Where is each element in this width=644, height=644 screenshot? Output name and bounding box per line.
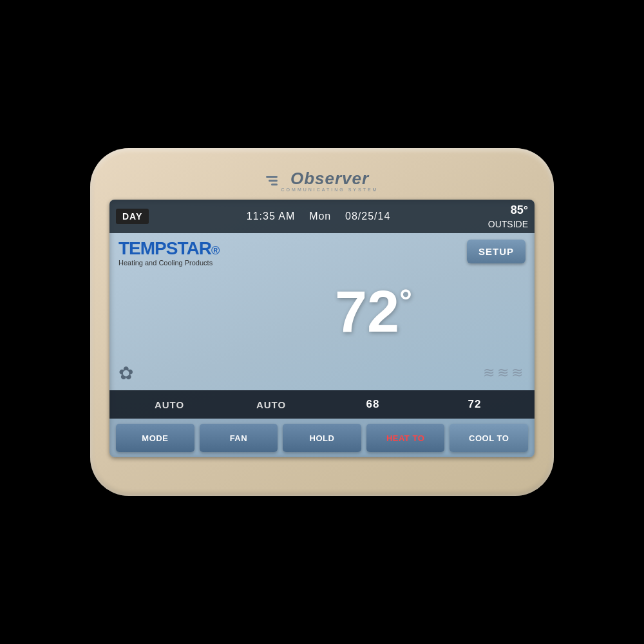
heat-wavy-icon: ≋≋≋ [483, 365, 526, 384]
status-bar: DAY 11:35 AM Mon 08/25/14 85° OUTSIDE [109, 200, 535, 233]
info-col2: AUTO [220, 399, 322, 410]
thermostat-screen[interactable]: DAY 11:35 AM Mon 08/25/14 85° OUTSIDE TE… [109, 200, 535, 457]
brand-logo: Observer COMMUNICATING SYSTEM [266, 169, 379, 192]
fan-button[interactable]: FAN [200, 424, 278, 452]
brand-subtitle: COMMUNICATING SYSTEM [281, 187, 379, 192]
outside-temp-display: 85° OUTSIDE [488, 203, 528, 230]
day-badge: DAY [116, 209, 149, 224]
info-col1: AUTO [118, 399, 220, 410]
left-panel: TEMPSTAR® Heating and Cooling Products ✿ [118, 240, 299, 384]
brand-name: Observer [290, 169, 369, 189]
tempstar-logo: TEMPSTAR® Heating and Cooling Products [118, 240, 299, 267]
mode-button[interactable]: MODE [116, 424, 194, 452]
button-bar: MODE FAN HOLD HEAT TO COOL TO [109, 419, 535, 457]
tempstar-brand-name: TEMPSTAR® [118, 240, 299, 258]
info-col4: 72 [424, 398, 526, 411]
info-col3: 68 [322, 398, 424, 411]
info-bar: AUTO AUTO 68 72 [109, 390, 535, 419]
brand-header: Observer COMMUNICATING SYSTEM [108, 167, 536, 193]
right-panel: SETUP ≋≋≋ [448, 240, 526, 384]
center-panel: 72° [299, 240, 448, 384]
heat-to-button[interactable]: HEAT TO [366, 424, 445, 452]
time-display: 11:35 AM Mon 08/25/14 [149, 211, 488, 222]
setup-button[interactable]: SETUP [467, 240, 526, 263]
cool-to-button[interactable]: COOL TO [450, 424, 528, 452]
observer-wing-icon [266, 176, 278, 185]
hold-button[interactable]: HOLD [283, 424, 361, 452]
thermostat-device: Observer COMMUNICATING SYSTEM DAY 11:35 … [90, 148, 554, 496]
tempstar-star-icon: ® [211, 244, 219, 257]
tempstar-subtitle: Heating and Cooling Products [118, 259, 299, 267]
main-display: TEMPSTAR® Heating and Cooling Products ✿… [109, 233, 535, 390]
fan-icon: ✿ [118, 350, 299, 384]
current-temperature: 72° [335, 283, 412, 341]
